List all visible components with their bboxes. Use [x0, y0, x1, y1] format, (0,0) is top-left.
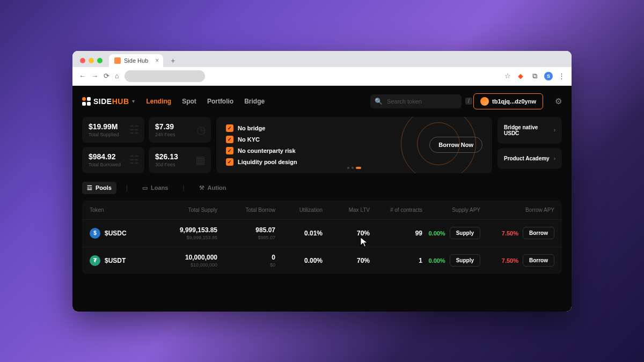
- th-util: Utilization: [280, 207, 323, 213]
- feature-item: ✓No KYC: [226, 136, 297, 143]
- th-ltv: Max LTV: [327, 207, 370, 213]
- browser-tab[interactable]: Side Hub ×: [109, 54, 163, 67]
- cell-supply: 9,999,153.85$9,999,153.85: [153, 226, 217, 240]
- loans-icon: ▭: [142, 184, 148, 191]
- stat-24h-fees: $7.39 24h Fees ◷: [149, 117, 211, 143]
- cell-supply: 10,000,000$10,000,000: [153, 254, 217, 268]
- table-header: Token Total Supply Total Borrow Utilizat…: [82, 201, 562, 219]
- nav-spot[interactable]: Spot: [182, 98, 196, 105]
- cell-borrow-apy: 7.50% Borrow: [485, 254, 554, 267]
- token-symbol: $USDT: [105, 257, 126, 264]
- carousel-dots[interactable]: [347, 167, 361, 169]
- link-product-academy[interactable]: Product Academy ›: [497, 148, 562, 169]
- feature-item: ✓Liquidity pool design: [226, 158, 297, 166]
- logo-icon: [82, 97, 91, 106]
- menu-icon[interactable]: ⋮: [558, 72, 565, 80]
- home-icon[interactable]: ⌂: [115, 72, 119, 80]
- close-tab-icon[interactable]: ×: [155, 57, 159, 64]
- borrow-now-button[interactable]: Borrow Now: [429, 137, 482, 153]
- table-row: ₮ $USDT 10,000,000$10,000,000 0$0 0.00% …: [82, 247, 562, 274]
- promo-banner: ✓No bridge ✓No KYC ✓No counterparty risk…: [216, 117, 492, 173]
- maximize-window-icon[interactable]: [97, 58, 103, 63]
- new-tab-button[interactable]: +: [167, 56, 178, 65]
- bookmark-icon[interactable]: ☆: [504, 72, 511, 80]
- stat-30d-fees: $26.13 30d Fees ▦: [149, 147, 211, 173]
- tab-pools[interactable]: ☲Pools: [82, 182, 116, 194]
- stat-total-borrowed: $984.92 Total Borrowed ☷: [82, 147, 144, 173]
- wallet-button[interactable]: tb1qjq...dz0ynw: [473, 93, 543, 109]
- th-supply: Total Supply: [153, 207, 217, 213]
- stats-grid: $19.99M Total Supplied ☷ $7.39 24h Fees …: [82, 117, 211, 173]
- search-icon: 🔍: [375, 98, 383, 105]
- pools-icon: ☲: [87, 184, 92, 191]
- token-cell: $ $USDC: [90, 228, 149, 239]
- borrow-apy-value: 7.50%: [502, 230, 518, 237]
- borrow-button[interactable]: Borrow: [523, 254, 554, 267]
- table-row: $ $USDC 9,999,153.85$9,999,153.85 985.07…: [82, 219, 562, 247]
- feature-item: ✓No bridge: [226, 124, 297, 132]
- nav-portfolio[interactable]: Portfolio: [207, 98, 233, 105]
- cell-borrow: 985.07$985.07: [222, 226, 275, 240]
- auction-icon: ⚒: [199, 184, 204, 191]
- url-bar: ← → ⟳ ⌂ ☆ ◆ ⧉ S ⋮: [72, 67, 572, 86]
- usdc-icon: $: [90, 228, 100, 239]
- link-label: Product Academy: [504, 156, 550, 161]
- cell-util: 0.00%: [280, 257, 323, 264]
- wallet-icon: [480, 97, 489, 106]
- supply-apy-value: 0.00%: [428, 230, 445, 237]
- coins-icon: ☷: [129, 123, 139, 136]
- back-icon[interactable]: ←: [79, 72, 86, 80]
- database-icon: ☷: [129, 153, 139, 166]
- address-input[interactable]: [125, 70, 205, 82]
- cell-ltv: 70%: [327, 230, 370, 237]
- cell-borrow-apy: 7.50% Borrow: [485, 227, 554, 239]
- minimize-window-icon[interactable]: [89, 58, 94, 63]
- chevron-right-icon: ›: [554, 156, 555, 161]
- settings-icon[interactable]: ⚙: [555, 97, 562, 106]
- chevron-right-icon: ›: [554, 127, 555, 133]
- stat-total-supplied: $19.99M Total Supplied ☷: [82, 117, 144, 143]
- tab-auction[interactable]: ⚒Aution: [194, 182, 231, 194]
- search-box[interactable]: 🔍 /: [370, 94, 462, 108]
- th-borrow: Total Borrow: [222, 207, 275, 213]
- side-links: Bridge native USDC › Product Academy ›: [497, 117, 562, 173]
- token-cell: ₮ $USDT: [90, 255, 149, 266]
- logo[interactable]: SIDEHUB ▾: [82, 97, 135, 106]
- browser-chrome: Side Hub × + ← → ⟳ ⌂ ☆ ◆ ⧉ S ⋮: [72, 51, 572, 86]
- extensions-icon[interactable]: ⧉: [530, 72, 539, 80]
- brave-icon[interactable]: ◆: [516, 72, 525, 80]
- app-content: SIDEHUB ▾ Lending Spot Portfolio Bridge …: [72, 86, 572, 312]
- check-icon: ✓: [226, 124, 233, 132]
- search-input[interactable]: [387, 98, 461, 105]
- tab-favicon: [114, 57, 121, 64]
- th-borrow-apy: Borrow APY: [485, 207, 554, 213]
- logo-text: SIDEHUB: [93, 97, 129, 106]
- cell-supply-apy: 0.00% Supply: [427, 227, 480, 239]
- usdt-icon: ₮: [90, 255, 100, 266]
- wallet-address: tb1qjq...dz0ynw: [492, 98, 536, 105]
- nav-lending[interactable]: Lending: [147, 98, 172, 105]
- tab-bar: Side Hub × +: [72, 51, 572, 67]
- cell-util: 0.01%: [280, 230, 323, 237]
- borrow-button[interactable]: Borrow: [523, 227, 554, 239]
- cell-ltv: 70%: [327, 257, 370, 264]
- search-shortcut: /: [465, 98, 472, 105]
- tab-loans[interactable]: ▭Loans: [137, 182, 173, 194]
- subtabs: ☲Pools | ▭Loans | ⚒Aution: [82, 182, 562, 194]
- cell-supply-apy: 0.00% Supply: [427, 254, 480, 267]
- profile-avatar[interactable]: S: [544, 72, 553, 80]
- nav-bridge[interactable]: Bridge: [244, 98, 265, 105]
- check-icon: ✓: [226, 158, 233, 166]
- reload-icon[interactable]: ⟳: [104, 72, 109, 80]
- supply-button[interactable]: Supply: [450, 227, 480, 239]
- close-window-icon[interactable]: [80, 58, 85, 63]
- link-bridge-usdc[interactable]: Bridge native USDC ›: [497, 117, 562, 144]
- supply-button[interactable]: Supply: [450, 254, 480, 267]
- cell-contracts: 99: [374, 230, 422, 237]
- cell-contracts: 1: [374, 257, 422, 264]
- dashboard: $19.99M Total Supplied ☷ $7.39 24h Fees …: [82, 117, 562, 173]
- clock-icon: ◷: [196, 123, 206, 136]
- window-controls: [78, 58, 105, 63]
- forward-icon[interactable]: →: [91, 72, 98, 80]
- th-token: Token: [90, 207, 149, 213]
